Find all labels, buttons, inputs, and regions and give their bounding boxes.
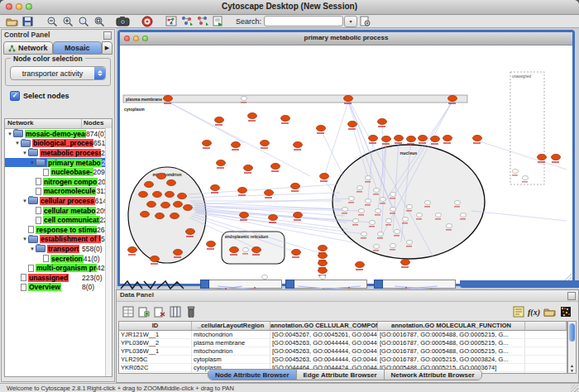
table-scrollbar[interactable]: ▲▼ bbox=[567, 321, 577, 374]
search-input[interactable] bbox=[264, 16, 343, 26]
graph-node[interactable] bbox=[377, 232, 383, 236]
graph-node[interactable] bbox=[435, 213, 441, 217]
tab-node-attribute-browser[interactable]: Node Attribute Browser bbox=[208, 370, 297, 380]
tree-expand-icon[interactable]: ▼ bbox=[22, 237, 28, 241]
network-view-frame[interactable]: primary metabolic process plasma membran… bbox=[117, 30, 575, 286]
graph-node[interactable] bbox=[356, 185, 362, 189]
import-attributes-icon[interactable] bbox=[543, 305, 557, 319]
network-tree-row[interactable]: nitrogen compo209(0) bbox=[5, 177, 112, 187]
network-tree-row[interactable]: ▼mosaic-demo-yeast874(0) bbox=[5, 129, 112, 139]
graph-node[interactable] bbox=[265, 189, 274, 195]
tab-edge-attribute-browser[interactable]: Edge Attribute Browser bbox=[297, 370, 385, 380]
network-tree-row[interactable]: ▼transport558(0) bbox=[5, 244, 112, 254]
graph-node[interactable] bbox=[454, 200, 460, 204]
graph-node[interactable] bbox=[141, 211, 150, 217]
graph-node[interactable] bbox=[318, 252, 328, 258]
graph-node[interactable] bbox=[538, 154, 547, 160]
matrix-heatmap-icon[interactable] bbox=[558, 305, 572, 319]
graph-node[interactable] bbox=[238, 187, 247, 193]
graph-node[interactable] bbox=[248, 112, 257, 118]
table-row[interactable]: YLR295Ccytoplasm[GO:0045263, GO:0044444,… bbox=[119, 356, 567, 364]
graph-node[interactable] bbox=[252, 246, 261, 252]
network-tree-row[interactable]: ▼metabolic process280(0) bbox=[5, 148, 112, 158]
graph-node[interactable] bbox=[356, 261, 365, 267]
formula-icon[interactable]: f(x) bbox=[527, 305, 541, 319]
graph-node[interactable] bbox=[395, 135, 404, 141]
graph-node[interactable] bbox=[390, 207, 395, 211]
network-tree-row[interactable]: secretion41(0) bbox=[5, 254, 112, 264]
graph-node[interactable] bbox=[164, 95, 173, 101]
float-panel-icon[interactable] bbox=[567, 292, 576, 300]
notes-icon[interactable] bbox=[511, 305, 525, 319]
help-lifesaver-icon[interactable] bbox=[139, 15, 155, 27]
clear-attributes-icon[interactable] bbox=[184, 305, 198, 319]
graph-node[interactable] bbox=[446, 223, 452, 227]
zoom-out-icon[interactable] bbox=[44, 15, 60, 27]
network-tree-row[interactable]: response to stimulu264(0) bbox=[5, 225, 112, 235]
network-tree-row[interactable]: ▼establishment of lo558(0) bbox=[5, 235, 112, 245]
graph-node[interactable] bbox=[174, 249, 183, 255]
graph-node[interactable] bbox=[240, 212, 249, 218]
graph-node[interactable] bbox=[394, 229, 400, 233]
graph-node[interactable] bbox=[382, 136, 391, 141]
zoom-in-icon[interactable] bbox=[60, 15, 75, 27]
graph-node[interactable] bbox=[292, 249, 301, 255]
table-column-header[interactable]: ID bbox=[119, 322, 192, 330]
table-column-header[interactable]: annotation.GO MOLECULAR_FUNCTION bbox=[378, 322, 525, 330]
graph-node[interactable] bbox=[552, 154, 561, 160]
table-row[interactable]: YJR121W__1mitochondrion[GO:0045267, GO:0… bbox=[119, 331, 567, 339]
network-canvas[interactable]: plasma membranecytoplasmmitochondrionnuc… bbox=[120, 45, 572, 283]
graph-node[interactable] bbox=[186, 228, 195, 234]
scrollbar-arrows-icon[interactable]: ▲▼ bbox=[568, 363, 576, 373]
graph-node[interactable] bbox=[232, 141, 241, 147]
minimized-view-thumbnail[interactable] bbox=[200, 280, 282, 289]
graph-node[interactable] bbox=[145, 181, 154, 187]
snapshot-camera-icon[interactable] bbox=[115, 15, 131, 27]
graph-node[interactable] bbox=[128, 246, 137, 252]
select-nodes-checkbox[interactable]: ✓ bbox=[10, 91, 20, 101]
tab-network[interactable]: Network bbox=[3, 41, 53, 55]
tab-overflow-icon[interactable]: ▶ bbox=[102, 41, 112, 55]
graph-node[interactable] bbox=[352, 218, 358, 222]
graph-node[interactable] bbox=[369, 135, 378, 141]
vizmapper-icon[interactable] bbox=[163, 15, 179, 27]
graph-node[interactable] bbox=[151, 256, 160, 261]
graph-node[interactable] bbox=[522, 175, 528, 179]
attribute-columns-icon[interactable] bbox=[168, 305, 182, 319]
graph-node[interactable] bbox=[373, 188, 379, 192]
graph-node[interactable] bbox=[156, 213, 165, 218]
graph-node[interactable] bbox=[380, 197, 385, 201]
zoom-selected-icon[interactable] bbox=[91, 15, 107, 27]
graph-node[interactable] bbox=[342, 207, 347, 211]
graph-node[interactable] bbox=[358, 208, 364, 213]
tree-scrollbar[interactable] bbox=[105, 128, 112, 376]
graph-node[interactable] bbox=[271, 163, 280, 169]
graph-node[interactable] bbox=[184, 204, 193, 210]
graph-node[interactable] bbox=[365, 198, 371, 203]
graph-node[interactable] bbox=[318, 267, 328, 273]
minimized-view-thumbnail[interactable] bbox=[285, 280, 367, 289]
graph-node[interactable] bbox=[317, 125, 326, 131]
tab-mosaic[interactable]: Mosaic bbox=[53, 41, 103, 55]
graph-node[interactable] bbox=[365, 175, 371, 179]
delete-attribute-icon[interactable] bbox=[152, 305, 166, 319]
tree-expand-icon[interactable]: ▼ bbox=[7, 131, 13, 136]
graph-node[interactable] bbox=[211, 184, 220, 190]
minimized-view-thumbnail[interactable] bbox=[374, 280, 456, 289]
graph-node[interactable] bbox=[361, 232, 366, 236]
network-tree-row[interactable]: multi-organism pro42(0) bbox=[5, 263, 112, 273]
network-tree-row[interactable]: cellular metabo209(0) bbox=[5, 206, 112, 216]
graph-node[interactable] bbox=[369, 220, 375, 224]
tree-expand-icon[interactable]: ▼ bbox=[29, 160, 36, 165]
graph-node[interactable] bbox=[157, 173, 166, 179]
graph-node[interactable] bbox=[406, 240, 412, 244]
import-network-icon[interactable] bbox=[179, 15, 194, 27]
graph-node[interactable] bbox=[407, 136, 416, 141]
annotation-icon[interactable] bbox=[210, 15, 226, 27]
graph-node[interactable] bbox=[139, 191, 148, 197]
graph-node[interactable] bbox=[217, 160, 226, 165]
graph-node[interactable] bbox=[203, 140, 212, 146]
graph-node[interactable] bbox=[147, 201, 156, 207]
graph-node[interactable] bbox=[390, 192, 395, 196]
zoom-fit-icon[interactable] bbox=[75, 15, 91, 27]
